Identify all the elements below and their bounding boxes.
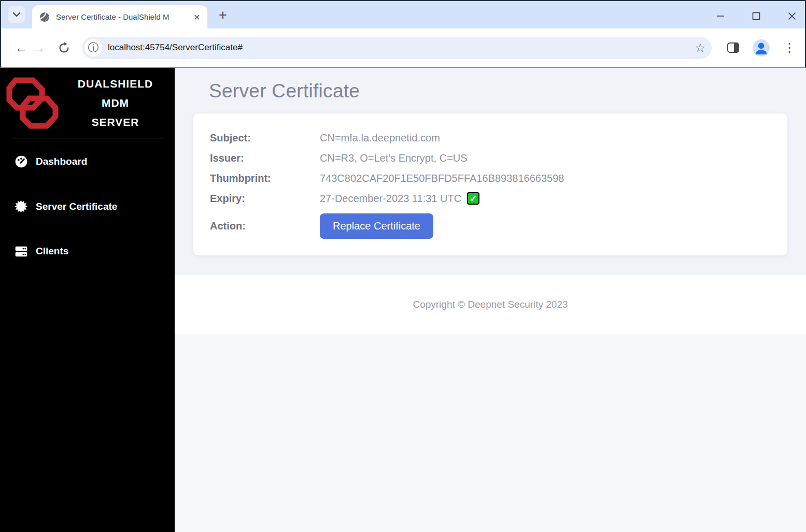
page-info-icon[interactable]: ⓘ: [84, 39, 102, 56]
sidebar-item-label: Clients: [36, 246, 68, 257]
tab-strip: Server Certificate - DualShield M × +: [1, 1, 805, 28]
brand-title: DUALSHIELD MDM SERVER: [64, 74, 166, 132]
sidebar: DUALSHIELD MDM SERVER: [0, 68, 175, 532]
valid-check-icon: ✓: [467, 192, 479, 205]
subject-value: CN=mfa.la.deepnetid.com: [320, 132, 440, 144]
globe-favicon-icon: [39, 12, 50, 22]
window-controls: [715, 10, 798, 22]
bookmark-star-icon[interactable]: ☆: [695, 41, 705, 55]
browser-window: Server Certificate - DualShield M × + ← …: [0, 0, 806, 532]
back-button[interactable]: ←: [12, 40, 30, 55]
page-body: DUALSHIELD MDM SERVER: [0, 68, 806, 532]
expiry-value: 27-December-2023 11:31 UTC ✓: [320, 192, 479, 205]
sidebar-item-server-certificate[interactable]: Server Certificate: [0, 195, 175, 218]
sidebar-item-dashboard[interactable]: Dashboard: [0, 151, 175, 172]
sidebar-item-label: Server Certificate: [36, 201, 117, 212]
forward-button[interactable]: →: [30, 40, 48, 55]
brand[interactable]: DUALSHIELD MDM SERVER: [0, 68, 175, 136]
content-area: Server Certificate Subject: CN=mfa.la.de…: [175, 68, 806, 275]
tab-close-icon[interactable]: ×: [192, 12, 202, 22]
cert-row-action: Action: Replace Certificate: [210, 213, 771, 239]
side-panel-icon[interactable]: [727, 42, 739, 53]
cert-row-thumbprint: Thumbprint: 743C802CAF20F1E50FBFD5FFA16B…: [210, 170, 771, 186]
new-tab-button[interactable]: +: [219, 9, 227, 21]
gauge-icon: [14, 155, 28, 168]
reload-icon: [58, 41, 70, 54]
footer: Copyright © Deepnet Security 2023: [175, 275, 806, 334]
address-bar[interactable]: ⓘ localhost:45754/ServerCertificate# ☆: [82, 37, 712, 59]
maximize-button[interactable]: [751, 10, 762, 22]
maximize-icon: [752, 12, 760, 20]
server-stack-icon: [14, 245, 28, 258]
sidebar-nav: Dashboard Server Certificate: [0, 151, 175, 262]
page-background: [175, 334, 806, 532]
close-icon: [788, 12, 796, 20]
browser-chrome: Server Certificate - DualShield M × + ← …: [0, 0, 806, 68]
browser-tab[interactable]: Server Certificate - DualShield M ×: [32, 5, 207, 28]
copyright-text: Copyright © Deepnet Security 2023: [413, 299, 568, 310]
page-title: Server Certificate: [209, 80, 787, 102]
browser-menu-icon[interactable]: ⋮: [783, 41, 796, 54]
issuer-label: Issuer:: [210, 152, 320, 164]
browser-toolbar: ← → ⓘ localhost:45754/ServerCertificate#…: [1, 28, 805, 67]
sidebar-item-clients[interactable]: Clients: [0, 240, 175, 262]
cert-row-issuer: Issuer: CN=R3, O=Let's Encrypt, C=US: [210, 150, 771, 166]
profile-avatar[interactable]: [753, 39, 770, 56]
person-icon: [753, 39, 770, 56]
replace-certificate-button[interactable]: Replace Certificate: [320, 213, 433, 239]
certificate-seal-icon: [14, 199, 28, 213]
subject-label: Subject:: [210, 132, 320, 144]
chevron-down-icon: [12, 12, 21, 17]
action-label: Action:: [210, 220, 320, 232]
reload-button[interactable]: [55, 41, 73, 54]
cert-row-expiry: Expiry: 27-December-2023 11:31 UTC ✓: [210, 191, 771, 206]
close-window-button[interactable]: [786, 10, 798, 22]
url-text[interactable]: localhost:45754/ServerCertificate#: [108, 42, 695, 53]
thumbprint-value: 743C802CAF20F1E50FBFD5FFA16B893816663598: [320, 172, 564, 184]
thumbprint-label: Thumbprint:: [210, 172, 320, 184]
minimize-icon: [716, 12, 725, 20]
expiry-label: Expiry:: [210, 193, 320, 205]
tab-title: Server Certificate - DualShield M: [56, 12, 192, 22]
certificate-card: Subject: CN=mfa.la.deepnetid.com Issuer:…: [193, 113, 787, 255]
issuer-value: CN=R3, O=Let's Encrypt, C=US: [320, 152, 467, 164]
cert-row-subject: Subject: CN=mfa.la.deepnetid.com: [210, 130, 771, 146]
minimize-button[interactable]: [715, 10, 726, 22]
sidebar-divider: [12, 138, 164, 138]
tab-search-button[interactable]: [8, 6, 25, 23]
dualshield-logo-icon: [3, 77, 64, 130]
sidebar-item-label: Dashboard: [36, 156, 87, 167]
main-content: Server Certificate Subject: CN=mfa.la.de…: [175, 68, 806, 532]
